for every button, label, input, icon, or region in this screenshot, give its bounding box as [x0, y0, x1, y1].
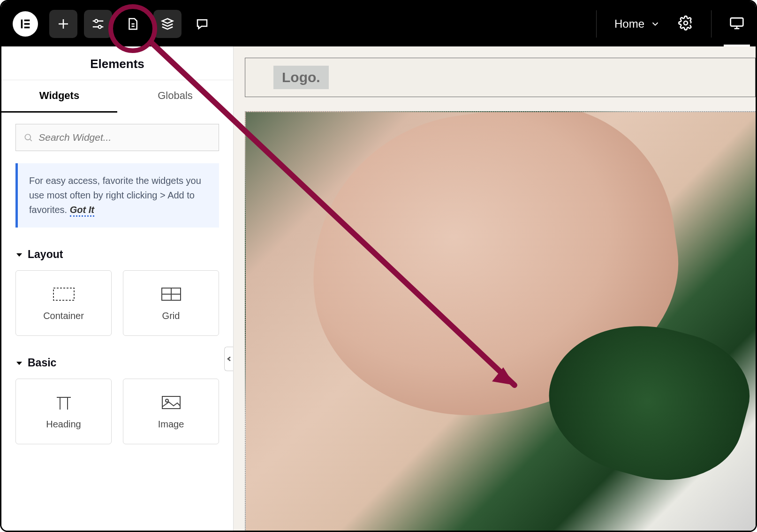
container-icon: [52, 285, 76, 303]
chevron-down-icon: [650, 19, 660, 29]
panel-body: For easy access, favorite the widgets yo…: [1, 113, 233, 456]
favorites-tip: For easy access, favorite the widgets yo…: [15, 163, 219, 228]
logo-placeholder[interactable]: Logo.: [273, 66, 329, 89]
search-widget-box[interactable]: [15, 124, 219, 151]
panel-title: Elements: [1, 46, 233, 80]
widget-label: Grid: [162, 311, 180, 321]
hero-image-section[interactable]: [245, 111, 756, 531]
widget-label: Heading: [46, 419, 81, 430]
svg-rect-3: [24, 27, 30, 29]
site-settings-button[interactable]: [84, 10, 112, 38]
svg-rect-0: [21, 20, 23, 29]
widget-container[interactable]: Container: [15, 270, 112, 336]
svg-marker-12: [162, 19, 173, 23]
top-toolbar: Home: [1, 1, 756, 46]
elementor-logo[interactable]: [13, 11, 38, 37]
section-basic-title: Basic: [28, 357, 56, 369]
editor-canvas[interactable]: Logo.: [234, 46, 756, 531]
add-element-button[interactable]: [49, 10, 77, 38]
chevron-left-icon: [227, 356, 232, 362]
heading-icon: [52, 394, 76, 411]
collapse-panel-handle[interactable]: [224, 347, 234, 371]
header-section[interactable]: Logo.: [245, 58, 756, 97]
svg-marker-19: [16, 253, 22, 257]
panel-tabs: Widgets Globals: [1, 80, 233, 113]
svg-point-7: [95, 20, 98, 23]
caret-down-icon: [15, 359, 23, 367]
widget-label: Image: [158, 419, 184, 430]
toolbar-divider: [596, 10, 597, 38]
toolbar-divider: [711, 10, 712, 38]
page-name-label: Home: [614, 17, 644, 30]
svg-point-17: [25, 134, 30, 140]
page-settings-button[interactable]: [119, 10, 147, 38]
search-widget-input[interactable]: [38, 132, 211, 143]
svg-marker-24: [16, 362, 22, 365]
tip-gotit-link[interactable]: Got It: [70, 205, 94, 217]
basic-widgets: Heading Image: [15, 379, 219, 444]
section-layout-header[interactable]: Layout: [15, 248, 219, 261]
svg-rect-14: [731, 18, 743, 26]
tab-globals[interactable]: Globals: [117, 80, 233, 113]
widget-image[interactable]: Image: [123, 379, 219, 444]
toolbar-left-group: [13, 10, 216, 38]
notes-button[interactable]: [188, 10, 216, 38]
layout-widgets: Container Grid: [15, 270, 219, 336]
svg-rect-20: [53, 288, 74, 300]
structure-button[interactable]: [153, 10, 182, 38]
caret-down-icon: [15, 251, 23, 258]
tab-widgets[interactable]: Widgets: [1, 80, 117, 113]
widget-label: Container: [43, 311, 84, 321]
toolbar-right-group: Home: [596, 10, 744, 38]
section-basic-header[interactable]: Basic: [15, 357, 219, 369]
svg-rect-2: [24, 23, 30, 25]
image-icon: [159, 394, 183, 411]
search-icon: [23, 132, 33, 143]
tip-text: For easy access, favorite the widgets yo…: [29, 175, 201, 215]
main-area: Elements Widgets Globals For easy access…: [1, 46, 756, 531]
svg-line-18: [30, 139, 32, 141]
widget-grid[interactable]: Grid: [123, 270, 219, 336]
grid-icon: [159, 285, 183, 303]
svg-point-9: [98, 25, 101, 28]
page-selector[interactable]: Home: [614, 17, 660, 30]
section-layout-title: Layout: [28, 248, 63, 261]
elements-panel: Elements Widgets Globals For easy access…: [1, 46, 234, 531]
svg-rect-1: [24, 20, 30, 22]
responsive-mode-button[interactable]: [729, 15, 744, 32]
svg-point-26: [166, 399, 168, 402]
widget-heading[interactable]: Heading: [15, 379, 112, 444]
preferences-button[interactable]: [678, 15, 693, 32]
svg-point-13: [684, 21, 688, 25]
